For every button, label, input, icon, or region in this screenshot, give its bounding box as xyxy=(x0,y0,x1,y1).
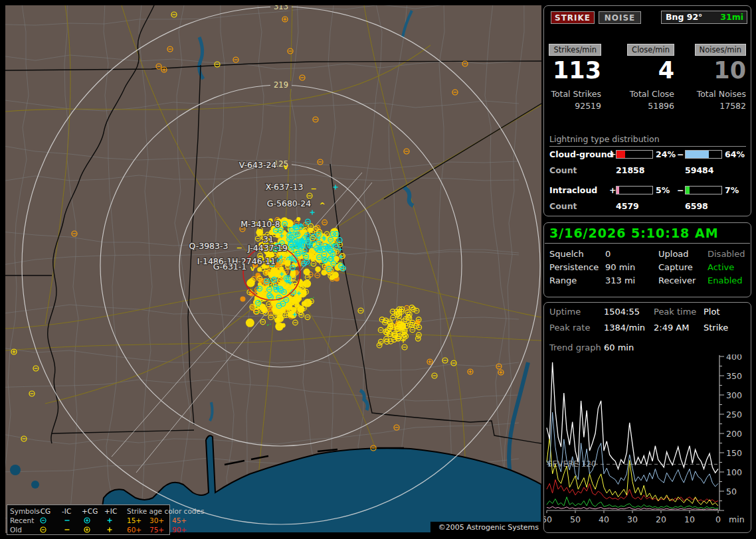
legend-col-header: +CG xyxy=(82,506,98,516)
x-tick-label: 10 xyxy=(684,514,695,524)
status-label-2: Receiver xyxy=(658,275,696,285)
session-cell: Strike xyxy=(704,323,728,333)
legend-row: Recent15+30+45+ xyxy=(7,516,169,525)
minus-sign: − xyxy=(677,149,684,159)
session-cell: Plot xyxy=(704,307,720,317)
negative-percent: 64% xyxy=(725,149,745,159)
legend-col-header: -IC xyxy=(62,506,71,516)
status-value-2: Disabled xyxy=(708,249,745,259)
rate-total-label: Total Strikes xyxy=(544,89,601,99)
legend-glyph-p xyxy=(103,526,116,534)
status-value-2: Enabled xyxy=(708,275,743,285)
status-value-2: Active xyxy=(708,262,734,272)
negative-count: 59484 xyxy=(685,165,714,175)
legend-glyph-p xyxy=(103,516,116,524)
minus-sign: − xyxy=(677,185,684,195)
status-value: 313 mi xyxy=(605,275,635,285)
legend-age-value: 60+ xyxy=(127,525,142,534)
strike-stats-panel: STRIKE NOISE Bng 92° 31mi Strikes/min113… xyxy=(543,5,751,216)
storm-cell-marker: − xyxy=(236,244,242,252)
x-tick-label: 20 xyxy=(656,514,666,524)
y-tick-label: 350 xyxy=(726,371,742,381)
positive-bar xyxy=(616,186,653,194)
session-cell: Peak rate xyxy=(549,323,590,333)
session-cell: Peak time xyxy=(654,307,696,317)
status-label-2: Capture xyxy=(658,262,693,272)
datetime-display: 3/16/2026 5:10:18 AM xyxy=(549,226,719,240)
trend-graph: 501001502002503003504006050403020100minS… xyxy=(544,354,751,534)
session-cell: Trend graph xyxy=(549,343,601,352)
bearing-label: Bng 92° xyxy=(666,11,702,23)
storm-cell-marker: ^ xyxy=(319,201,325,210)
distribution-type-label: Cloud-ground xyxy=(549,149,613,159)
noise-mode-button[interactable]: NOISE xyxy=(599,11,641,24)
status-label: Persistence xyxy=(549,262,599,272)
rate-total-label: Total Close xyxy=(617,89,674,99)
datetime-divider xyxy=(545,243,750,244)
trend-panel: Uptime1504:55Peak timePlotPeak rate1384/… xyxy=(543,302,751,533)
x-tick-label: 0 xyxy=(715,514,721,524)
storm-cell-marker: v xyxy=(283,163,288,171)
legend-row-label: Old xyxy=(10,525,22,534)
rate-label: Noises/min xyxy=(695,44,746,56)
nexstorm-app-window: { "app": {"copyright": "©2005 Astrogenic… xyxy=(0,0,756,539)
range-ring-label: 313 xyxy=(274,5,288,11)
negative-percent: 7% xyxy=(725,185,739,195)
legend-glyph-pc xyxy=(80,526,94,534)
copyright-text: ©2005 Astrogenic Systems xyxy=(438,523,539,532)
map-legend: Symbols-CG-IC+CG+ICStrike age color code… xyxy=(7,504,170,535)
strike-mode-button[interactable]: STRIKE xyxy=(551,11,595,24)
rate-column: Noises/min10Total Noises17582 xyxy=(681,42,751,111)
positive-count: 4579 xyxy=(616,201,639,211)
distribution-title: Lightning type distribution xyxy=(549,134,746,147)
legend-row-label: Recent xyxy=(10,516,34,525)
storm-cell-marker: − xyxy=(310,185,316,193)
legend-age-value: 30+ xyxy=(149,516,164,525)
legend-row: Old60+75+90+ xyxy=(7,525,169,534)
rate-value: 113 xyxy=(544,57,601,84)
legend-symbols-title: Symbols xyxy=(10,506,40,516)
lightning-map[interactable]: 125219313V-643-24vX-637-13−G-5680-24^M-3… xyxy=(5,5,541,533)
session-cell: 1384/min xyxy=(604,323,645,333)
rate-total-value: 17582 xyxy=(681,101,746,111)
trend-series-noises xyxy=(547,480,718,502)
negative-bar xyxy=(685,186,722,194)
range-ring-label: 219 xyxy=(274,80,288,90)
y-tick-label: 150 xyxy=(726,448,742,458)
trend-series-positive-cg xyxy=(547,437,718,506)
y-tick-label: 400 xyxy=(726,354,742,362)
x-tick-label: 30 xyxy=(627,514,638,524)
legend-glyph-mc xyxy=(37,516,50,524)
legend-age-value: 15+ xyxy=(127,516,142,525)
plus-sign: + xyxy=(609,149,616,159)
x-axis-unit: min xyxy=(729,514,745,524)
rate-total-value: 92519 xyxy=(544,101,601,111)
x-tick-label: 50 xyxy=(570,514,581,524)
status-label: Range xyxy=(549,275,577,285)
rate-label: Strikes/min xyxy=(549,44,601,56)
storm-cell-label: G-631-1 xyxy=(213,262,247,271)
session-cell: Uptime xyxy=(549,307,581,317)
rate-value: 10 xyxy=(681,57,746,84)
legend-glyph-m xyxy=(60,526,74,534)
rate-column: Strikes/min113Total Strikes92519 xyxy=(544,42,617,111)
positive-count: 21858 xyxy=(616,165,645,175)
legend-glyph-mc xyxy=(37,526,50,534)
status-panel: 3/16/2026 5:10:18 AM Squelch0UploadDisab… xyxy=(543,222,751,297)
y-tick-label: 300 xyxy=(726,390,742,400)
storm-cell-label: X-637-13 xyxy=(266,182,304,192)
map-canvas: 125219313V-643-24vX-637-13−G-5680-24^M-3… xyxy=(5,5,541,533)
distribution-row: Cloud-ground+24%−64% xyxy=(544,149,751,160)
status-label-2: Upload xyxy=(658,249,689,259)
session-cell: 2:49 AM xyxy=(654,323,689,333)
plus-sign: + xyxy=(609,185,616,195)
x-tick-label: 60 xyxy=(544,514,552,524)
rate-total-value: 51896 xyxy=(617,101,674,111)
legend-age-value: 45+ xyxy=(172,516,187,525)
status-value: 0 xyxy=(605,249,611,259)
legend-age-value: 90+ xyxy=(172,525,187,534)
y-tick-label: 200 xyxy=(726,429,742,439)
storm-cell-label: Q-3983-3 xyxy=(189,241,229,251)
legend-col-header: -CG xyxy=(38,506,50,516)
storm-cell-label: J-4437-19 xyxy=(247,243,288,253)
